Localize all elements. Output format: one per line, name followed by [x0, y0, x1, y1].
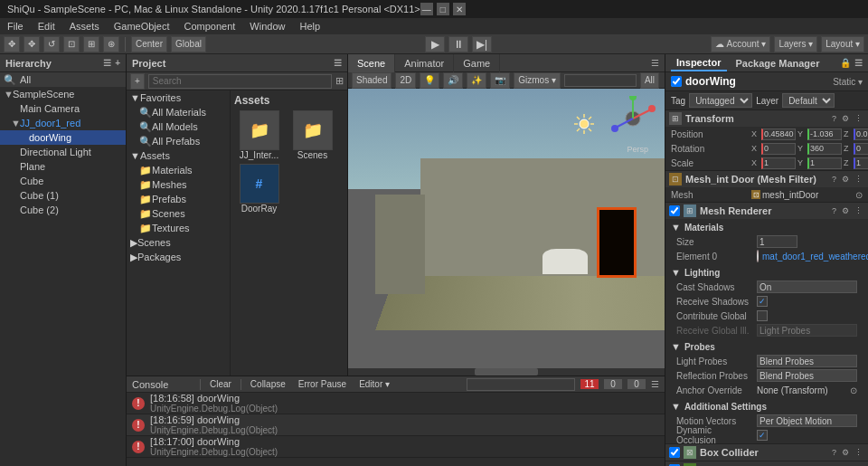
layout-button[interactable]: Layout ▾: [821, 36, 864, 52]
contribute-global-checkbox[interactable]: [757, 310, 768, 321]
asset-item-scenes[interactable]: 📁 Scenes: [288, 110, 337, 160]
probes-sub-header[interactable]: ▼ Probes: [671, 339, 863, 354]
console-collapse-button[interactable]: Collapse: [247, 379, 289, 389]
tool-transform[interactable]: ⊛: [103, 36, 119, 52]
layers-button[interactable]: Layers ▾: [774, 36, 817, 52]
menu-edit[interactable]: Edit: [34, 21, 59, 32]
asset-item-doorray[interactable]: # DoorRay: [234, 164, 284, 214]
tool-scale[interactable]: ⊡: [63, 36, 80, 52]
tool-hand[interactable]: ✥: [4, 36, 20, 52]
pause-button[interactable]: ⏸: [448, 36, 468, 52]
close-button[interactable]: ✕: [453, 3, 466, 15]
mesh-renderer-header[interactable]: ⊞ Mesh Renderer ? ⚙ ⋮: [665, 203, 868, 219]
hierarchy-menu-icon[interactable]: ☰: [103, 58, 111, 68]
play-button[interactable]: ▶: [425, 36, 445, 52]
hierarchy-jj-door[interactable]: ▼ JJ_door1_red: [0, 116, 126, 130]
hierarchy-plane[interactable]: Plane: [0, 159, 126, 174]
console-editor-button[interactable]: Editor ▾: [355, 379, 393, 389]
folder-meshes[interactable]: 📁 Meshes: [127, 177, 230, 192]
project-search-input[interactable]: [148, 74, 332, 89]
asset-item-jjinterior[interactable]: 📁 JJ_Inter...: [234, 110, 284, 160]
menu-help[interactable]: Help: [296, 21, 324, 32]
fx-button[interactable]: ✨: [467, 72, 486, 89]
pivot-global-button[interactable]: Global: [171, 36, 206, 52]
receive-shadows-checkbox[interactable]: ✓: [757, 296, 768, 307]
scene-scrollbar-h[interactable]: [348, 368, 665, 376]
console-row-1[interactable]: ! [18:16:58] doorWing UnityEngine.Debug.…: [127, 393, 665, 414]
pivot-center-button[interactable]: Center: [131, 36, 167, 52]
hierarchy-samplescene[interactable]: ▼ SampleScene: [0, 87, 126, 101]
step-button[interactable]: ▶|: [472, 36, 492, 52]
mesh-renderer-settings-icon[interactable]: ⚙: [840, 206, 851, 215]
mesh-renderer-help-icon[interactable]: ?: [830, 206, 838, 215]
console-clear-button[interactable]: Clear: [206, 379, 235, 389]
maximize-button[interactable]: □: [437, 3, 449, 15]
folder-scenes-root[interactable]: ▶ Scenes: [127, 235, 230, 250]
box-collider-menu-icon[interactable]: ⋮: [853, 448, 864, 457]
folder-all-models[interactable]: 🔍 All Models: [127, 119, 230, 134]
object-enabled-checkbox[interactable]: [671, 76, 682, 87]
scale-z-input[interactable]: [854, 157, 868, 169]
transform-settings-icon[interactable]: ⚙: [840, 114, 851, 123]
rotation-z-input[interactable]: [854, 143, 868, 155]
lighting-sub-header[interactable]: ▼ Lighting: [671, 265, 863, 280]
all-button[interactable]: All: [640, 72, 659, 89]
project-options-icon[interactable]: ⊞: [335, 75, 344, 87]
menu-gameobject[interactable]: GameObject: [110, 21, 174, 32]
mesh-filter-header[interactable]: ⊡ Mesh_int Door (Mesh Filter) ? ⚙ ⋮: [665, 171, 868, 187]
scene-camera-button[interactable]: 📷: [490, 72, 510, 89]
tab-animator[interactable]: Animator: [395, 54, 454, 72]
folder-all-prefabs[interactable]: 🔍 All Prefabs: [127, 134, 230, 148]
inspector-menu-icon[interactable]: ☰: [854, 58, 863, 68]
mesh-renderer-menu-icon[interactable]: ⋮: [853, 206, 864, 215]
console-row-2[interactable]: ! [18:16:59] doorWing UnityEngine.Debug.…: [127, 414, 665, 436]
box-collider-enabled[interactable]: [669, 447, 680, 458]
materials-size-input[interactable]: [757, 235, 797, 248]
door-ray-header[interactable]: C# Door Ray (Script) ? ⚙ ⋮: [665, 461, 868, 466]
rotation-y-input[interactable]: [807, 143, 842, 155]
layer-dropdown[interactable]: Default: [782, 93, 835, 108]
folder-textures[interactable]: 📁 Textures: [127, 221, 230, 235]
minimize-button[interactable]: —: [420, 3, 433, 15]
position-z-input[interactable]: [854, 128, 868, 140]
scene-canvas[interactable]: Persp: [348, 89, 665, 376]
inspector-tab[interactable]: Inspector: [671, 54, 727, 71]
reflection-probes-dropdown[interactable]: Blend Probes: [757, 369, 857, 382]
2d-mode-button[interactable]: 2D: [395, 72, 416, 89]
tool-rect[interactable]: ⊞: [83, 36, 99, 52]
inspector-lock-icon[interactable]: 🔒: [840, 58, 851, 68]
shading-mode-button[interactable]: Shaded: [352, 72, 392, 89]
dynamic-occlusion-checkbox[interactable]: ✓: [757, 430, 768, 441]
hierarchy-doorwing[interactable]: doorWing: [0, 130, 126, 145]
folder-packages-root[interactable]: ▶ Packages: [127, 250, 230, 264]
menu-file[interactable]: File: [4, 21, 27, 32]
transform-section-header[interactable]: ⊞ Transform ? ⚙ ⋮: [665, 110, 868, 127]
console-search-input[interactable]: [467, 378, 575, 391]
audio-button[interactable]: 🔊: [443, 72, 463, 89]
console-row-3[interactable]: ! [18:17:00] doorWing UnityEngine.Debug.…: [127, 436, 665, 458]
transform-help-icon[interactable]: ?: [830, 114, 838, 123]
folder-favorites[interactable]: ▼ Favorites: [127, 90, 230, 105]
folder-all-materials[interactable]: 🔍 All Materials: [127, 105, 230, 119]
rotation-x-input[interactable]: [761, 143, 796, 155]
scene-search-input[interactable]: [564, 74, 637, 87]
menu-assets[interactable]: Assets: [66, 21, 103, 32]
scene-menu-icon[interactable]: ☰: [651, 58, 659, 68]
project-menu-icon[interactable]: ☰: [334, 58, 342, 68]
box-collider-settings-icon[interactable]: ⚙: [840, 448, 851, 457]
anchor-select-icon[interactable]: ⊙: [850, 385, 857, 395]
tab-scene[interactable]: Scene: [348, 54, 395, 72]
folder-scenes[interactable]: 📁 Scenes: [127, 206, 230, 221]
light-probes-dropdown[interactable]: Blend Probes: [757, 355, 857, 367]
hierarchy-cube[interactable]: Cube: [0, 174, 126, 188]
transform-menu-icon[interactable]: ⋮: [853, 114, 864, 123]
folder-materials[interactable]: 📁 Materials: [127, 163, 230, 177]
menu-component[interactable]: Component: [180, 21, 239, 32]
motion-vectors-dropdown[interactable]: Per Object Motion: [757, 414, 857, 427]
console-error-pause-button[interactable]: Error Pause: [295, 379, 350, 389]
hierarchy-cube-1[interactable]: Cube (1): [0, 188, 126, 203]
box-collider-header[interactable]: ⊠ Box Collider ? ⚙ ⋮: [665, 444, 868, 461]
folder-assets-root[interactable]: ▼ Assets: [127, 148, 230, 163]
scale-x-input[interactable]: [761, 157, 796, 169]
gizmos-button[interactable]: Gizmos ▾: [514, 72, 561, 89]
